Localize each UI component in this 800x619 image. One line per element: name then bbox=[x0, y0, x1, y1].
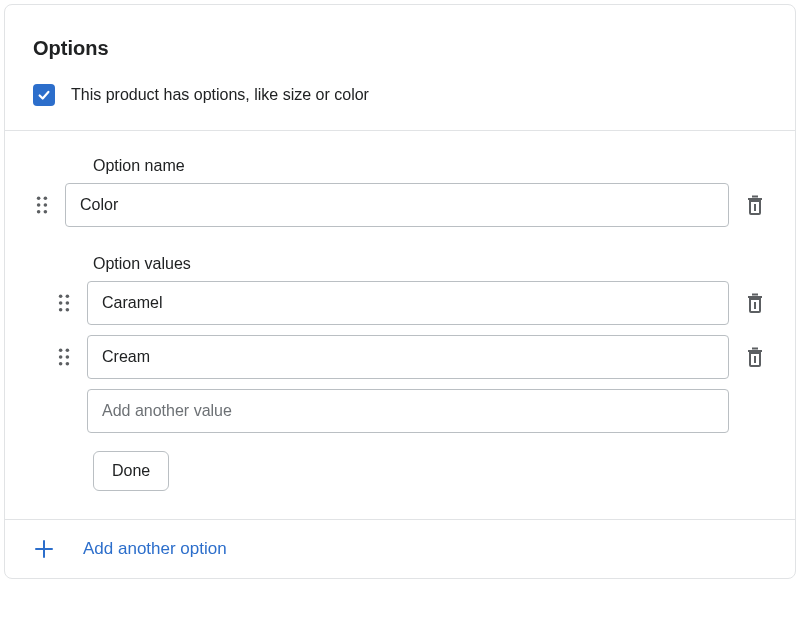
svg-point-19 bbox=[66, 348, 70, 352]
delete-value-button[interactable] bbox=[743, 291, 767, 315]
svg-point-0 bbox=[37, 196, 41, 200]
card-title: Options bbox=[33, 37, 767, 60]
grip-icon bbox=[35, 196, 49, 214]
add-value-input[interactable] bbox=[87, 389, 729, 433]
has-options-checkbox[interactable] bbox=[33, 84, 55, 106]
trash-icon bbox=[745, 347, 765, 367]
option-value-input[interactable] bbox=[87, 281, 729, 325]
svg-point-21 bbox=[66, 355, 70, 359]
drag-handle-icon[interactable] bbox=[33, 196, 51, 214]
svg-point-11 bbox=[59, 301, 63, 305]
option-body: Option name bbox=[5, 131, 795, 519]
option-values-label: Option values bbox=[93, 255, 767, 273]
trash-icon bbox=[745, 293, 765, 313]
svg-point-12 bbox=[66, 301, 70, 305]
drag-handle-icon[interactable] bbox=[55, 348, 73, 366]
trash-icon bbox=[745, 195, 765, 215]
svg-rect-6 bbox=[748, 198, 762, 200]
svg-point-23 bbox=[66, 362, 70, 366]
grip-icon bbox=[57, 294, 71, 312]
svg-rect-16 bbox=[752, 294, 758, 296]
svg-point-3 bbox=[44, 203, 48, 207]
svg-rect-24 bbox=[748, 350, 762, 352]
done-row: Done bbox=[93, 451, 767, 491]
has-options-label: This product has options, like size or c… bbox=[71, 86, 369, 104]
card-header: Options This product has options, like s… bbox=[5, 5, 795, 130]
add-value-row bbox=[33, 389, 767, 433]
svg-point-10 bbox=[66, 294, 70, 298]
check-icon bbox=[37, 88, 51, 102]
grip-icon bbox=[57, 348, 71, 366]
svg-point-5 bbox=[44, 210, 48, 214]
card-footer: Add another option bbox=[5, 519, 795, 578]
has-options-row: This product has options, like size or c… bbox=[33, 84, 767, 106]
option-name-row bbox=[33, 183, 767, 227]
svg-point-20 bbox=[59, 355, 63, 359]
add-option-link[interactable]: Add another option bbox=[83, 539, 227, 559]
drag-handle-icon[interactable] bbox=[55, 294, 73, 312]
svg-point-4 bbox=[37, 210, 41, 214]
svg-rect-15 bbox=[748, 296, 762, 298]
svg-point-1 bbox=[44, 196, 48, 200]
svg-point-14 bbox=[66, 308, 70, 312]
done-button[interactable]: Done bbox=[93, 451, 169, 491]
svg-point-2 bbox=[37, 203, 41, 207]
option-name-label: Option name bbox=[93, 157, 767, 175]
option-value-input[interactable] bbox=[87, 335, 729, 379]
svg-rect-25 bbox=[752, 348, 758, 350]
options-card: Options This product has options, like s… bbox=[4, 4, 796, 579]
svg-rect-7 bbox=[752, 196, 758, 198]
option-name-input[interactable] bbox=[65, 183, 729, 227]
plus-icon bbox=[33, 538, 55, 560]
delete-value-button[interactable] bbox=[743, 345, 767, 369]
option-value-row bbox=[33, 281, 767, 325]
svg-point-18 bbox=[59, 348, 63, 352]
svg-point-9 bbox=[59, 294, 63, 298]
option-value-row bbox=[33, 335, 767, 379]
delete-option-button[interactable] bbox=[743, 193, 767, 217]
svg-point-22 bbox=[59, 362, 63, 366]
svg-point-13 bbox=[59, 308, 63, 312]
